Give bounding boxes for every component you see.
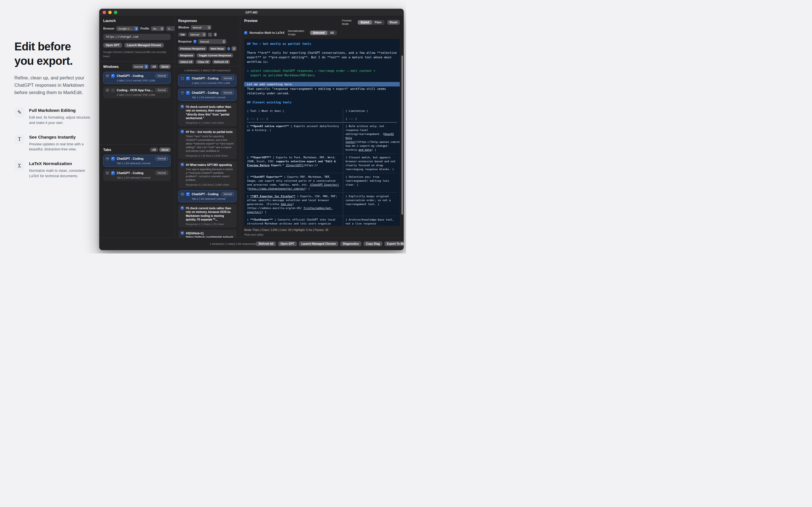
row-checkbox[interactable] xyxy=(186,91,190,95)
normalization-scope-segment[interactable]: SelectedAll xyxy=(310,31,337,35)
zoom-icon[interactable] xyxy=(114,11,117,14)
table-separator-cell: | --- | --- | xyxy=(247,117,343,121)
toggle-current-response-button[interactable]: Toggle Current Response xyxy=(197,53,233,57)
response-item[interactable]: ## What makes GPT-MD appealingYour app i… xyxy=(178,161,237,188)
drag-handle-icon[interactable] xyxy=(181,77,184,80)
response-checkbox[interactable] xyxy=(181,231,184,235)
open-gpt-button[interactable]: Open GPT xyxy=(278,241,297,246)
tab-item-row[interactable]: ChatGPT - CodingNormalTab 2 | 3/3 select… xyxy=(103,169,170,181)
tabs-all-button[interactable]: All xyxy=(150,148,158,152)
response-item[interactable]: ## Yes – but mostly as partial toolsTher… xyxy=(178,128,237,159)
stepper-icon xyxy=(202,33,206,36)
window-item-row[interactable]: Coding - OCR App FeaturesNormal2 tabs | … xyxy=(103,86,170,98)
tab-item-row[interactable]: ChatGPT - CodingNormalTab 2 | 3/3 select… xyxy=(178,190,237,202)
row-checkbox[interactable] xyxy=(186,192,190,196)
tab-stepper-button[interactable] xyxy=(214,33,217,36)
response-item[interactable]: I'll check current tools rather than rel… xyxy=(178,205,237,228)
preview-mode-option-plain[interactable]: Plain xyxy=(372,20,384,24)
tab-item-row[interactable]: ChatGPT - CodingNormalTab 1 | 3/3 select… xyxy=(178,89,237,101)
markdown-editor[interactable]: ## Yes – but mostly as partial toolsTher… xyxy=(244,39,400,226)
browser-select[interactable]: Google Chro... xyxy=(116,26,139,31)
feature-title: LaTeX Normalization xyxy=(29,161,94,166)
row-checkbox[interactable] xyxy=(111,171,115,175)
profile-select[interactable]: Default xyxy=(151,26,164,31)
tab-sync-button[interactable] xyxy=(208,33,212,37)
window-item-row[interactable]: ChatGPT - CodingNormal2 tabs | 2 in | no… xyxy=(103,72,170,84)
response-tab-select[interactable]: Manual xyxy=(188,32,206,37)
response-window-select[interactable]: Manual xyxy=(191,25,211,30)
response-checkbox[interactable] xyxy=(193,40,197,43)
response-body: I'll check current tools rather than rel… xyxy=(186,207,234,226)
drag-handle-icon[interactable] xyxy=(181,193,184,195)
reset-button[interactable]: Reset xyxy=(387,20,400,25)
response-checkbox[interactable] xyxy=(181,207,184,210)
table-cell: | Closest match, but appears browser-ext… xyxy=(343,156,397,171)
status-badge: Normal xyxy=(221,76,234,80)
stepper-icon xyxy=(207,25,211,29)
scrollbar[interactable] xyxy=(402,55,403,215)
titlebar[interactable]: GPT-MD xyxy=(99,9,404,16)
row-checkbox[interactable] xyxy=(186,76,190,80)
hero-title: Edit beforeyou export. xyxy=(14,40,100,68)
table-cell: | **ExportGPT** | Exports to Text, Markd… xyxy=(247,156,343,171)
response-item[interactable]: ##[GitHub+1](https://github.com/datalab-… xyxy=(178,230,237,237)
stepper-icon xyxy=(222,40,225,43)
preview-mode-option-styled[interactable]: Styled xyxy=(358,20,372,24)
refresh-all-button[interactable]: Refresh All xyxy=(212,60,231,64)
editor-mode-label: Plain text editor xyxy=(244,233,400,236)
row-checkbox[interactable] xyxy=(111,89,115,92)
close-icon[interactable] xyxy=(103,11,106,14)
window-item-row[interactable]: ChatGPT - CodingNormal2 tabs | 2 in | no… xyxy=(178,74,237,87)
windows-all-button[interactable]: All xyxy=(150,64,158,69)
editor-heading: ## Yes – but mostly as partial tools xyxy=(247,41,397,46)
drag-handle-icon[interactable] xyxy=(106,75,109,77)
windows-none-button[interactable]: None xyxy=(159,64,170,69)
drag-handle-icon[interactable] xyxy=(106,158,109,160)
row-checkbox[interactable] xyxy=(111,157,115,161)
refresh-all-button[interactable]: Refresh All xyxy=(256,241,276,246)
export-to-markedit-button[interactable]: Export To MarkEdit xyxy=(384,241,404,246)
response-body: ## Yes – but mostly as partial toolsTher… xyxy=(186,130,234,157)
response-checkbox[interactable] xyxy=(181,163,184,166)
scope-option-all[interactable]: All xyxy=(327,31,337,35)
browser-label: Browser xyxy=(103,27,114,30)
response-checkbox[interactable] xyxy=(181,130,184,133)
launch-managed-chrome-button[interactable]: Launch Managed Chrome xyxy=(124,43,164,48)
response-button[interactable]: Response xyxy=(178,53,195,57)
next-response-select[interactable] xyxy=(232,46,237,51)
windows-filter-select[interactable]: Normal xyxy=(132,64,149,69)
copy-diag-button[interactable]: Copy Diag xyxy=(363,241,382,246)
next-response-button[interactable]: Next Resp xyxy=(209,47,225,51)
windows-list: ChatGPT - CodingNormal2 tabs | 2 in | no… xyxy=(103,72,170,142)
editor-selected-line[interactable]: Let me add something here. xyxy=(244,82,400,87)
normalize-math-checkbox[interactable] xyxy=(244,31,247,34)
scope-option-selected[interactable]: Selected xyxy=(310,31,327,35)
window-content: Launch Browser Google Chro... Profile De… xyxy=(99,16,404,237)
preview-mode-segment[interactable]: StyledPlain xyxy=(357,20,385,25)
drag-handle-icon[interactable] xyxy=(106,172,109,174)
tab-item-row[interactable]: ChatGPT - CodingNormalTab 1 | 3/3 select… xyxy=(103,155,170,167)
response-select[interactable]: Manual xyxy=(198,39,226,44)
response-item[interactable]: I'll check current tools rather than rel… xyxy=(178,103,237,126)
launch-managed-chrome-button[interactable]: Launch Managed Chrome xyxy=(299,241,338,246)
previous-response-button[interactable]: Previous Response xyxy=(178,47,207,51)
tabs-none-button[interactable]: None xyxy=(159,148,170,152)
row-title: ChatGPT - Coding xyxy=(192,192,219,196)
minimize-icon[interactable] xyxy=(108,11,112,14)
drag-handle-icon[interactable] xyxy=(106,89,109,92)
url-input[interactable]: https://chatgpt.com xyxy=(103,34,170,40)
drag-handle-icon[interactable] xyxy=(181,92,184,94)
response-checkbox[interactable] xyxy=(181,105,184,108)
normalize-math-label: Normalize Math to LaTeX xyxy=(250,31,285,34)
row-meta: 2 tabs | 2 in | normal | PID 1,099 xyxy=(117,79,168,82)
diagnostics-button[interactable]: Diagnostics xyxy=(340,241,361,246)
table-header-row: | Tool | What it does || Limitation | xyxy=(247,109,397,117)
table-divider xyxy=(343,109,343,226)
open-gpt-button[interactable]: Open GPT xyxy=(103,43,122,48)
clear-all-button[interactable]: Clear All xyxy=(196,60,210,64)
profile-save-select[interactable]: Save.. xyxy=(166,26,175,31)
response-title: ##[GitHub+1](https://github.com/datalab-… xyxy=(186,231,234,237)
select-all-button[interactable]: Select All xyxy=(178,60,194,64)
status-badge: Normal xyxy=(155,88,168,92)
row-checkbox[interactable] xyxy=(111,74,115,78)
